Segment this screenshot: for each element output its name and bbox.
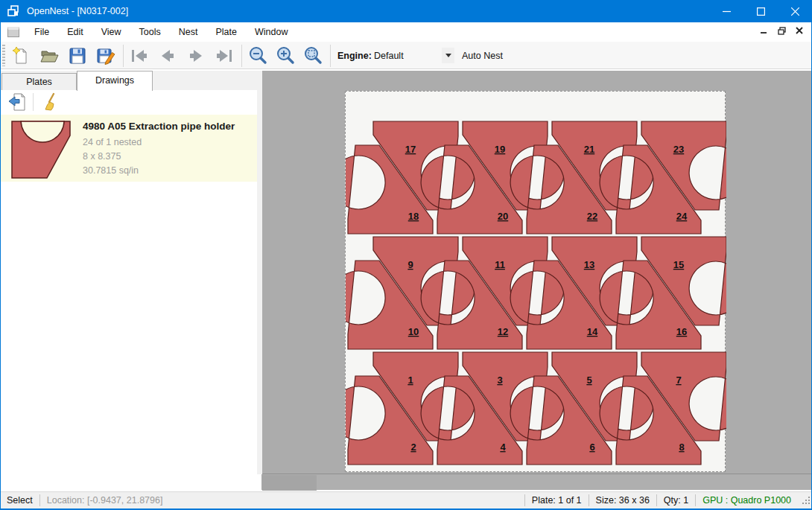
new-document-icon: [11, 46, 31, 66]
maximize-button[interactable]: [743, 0, 778, 22]
save-button[interactable]: [66, 45, 89, 66]
part-number: 20: [498, 211, 508, 222]
close-button[interactable]: [778, 0, 812, 22]
part-number: 24: [676, 211, 688, 222]
chevron-down-icon: [445, 54, 451, 57]
minimize-button[interactable]: [709, 0, 743, 22]
zoom-in-icon: [275, 45, 296, 66]
engine-label: Engine:: [337, 51, 372, 61]
part-number: 7: [676, 374, 681, 386]
tab-plates[interactable]: Plates: [1, 73, 77, 91]
part-number: 15: [673, 259, 684, 270]
panel-toolbar: [0, 91, 256, 113]
menu-item-nest[interactable]: Nest: [170, 24, 207, 40]
open-button[interactable]: [38, 45, 60, 66]
part-number: 10: [408, 326, 419, 337]
part-number: 16: [676, 326, 687, 337]
zoom-out-icon: [247, 45, 268, 66]
previous-plate-button[interactable]: [156, 45, 179, 66]
go-previous-icon: [157, 46, 178, 66]
zoom-fit-button[interactable]: [302, 45, 324, 66]
menu-item-tools[interactable]: Tools: [130, 24, 170, 40]
zoom-out-button[interactable]: [247, 45, 269, 66]
menu-item-file[interactable]: File: [25, 24, 58, 40]
toolbar-grip[interactable]: [2, 45, 5, 66]
save-as-icon: [96, 46, 115, 66]
status-gpu: GPU : Quadro P1000: [702, 495, 791, 506]
part-number: 3: [497, 374, 502, 386]
menu-item-plate[interactable]: Plate: [206, 24, 246, 40]
drawing-area: 30.7815 sq/in: [83, 165, 139, 176]
part-number: 6: [589, 442, 594, 453]
zoom-fit-icon: [302, 45, 323, 66]
go-last-icon: [214, 46, 235, 66]
menu-item-view[interactable]: View: [92, 24, 130, 40]
part-number: 22: [587, 211, 597, 222]
menu-item-window[interactable]: Window: [246, 24, 296, 40]
drawing-nested-count: 24 of 1 nested: [83, 137, 142, 147]
mdi-minimize-icon[interactable]: [757, 24, 770, 37]
auto-nest-button[interactable]: Auto Nest: [462, 51, 503, 61]
status-separator: [656, 494, 657, 506]
mdi-document-icon[interactable]: [7, 27, 19, 37]
app-icon: [7, 5, 21, 17]
part-number: 2: [410, 442, 416, 453]
status-size: Size: 36 x 36: [596, 495, 650, 506]
first-plate-button[interactable]: [128, 45, 150, 66]
status-bar: Select Location: [-0.9437, 21.8796] Plat…: [0, 491, 812, 509]
window-title: OpenNest - [N0317-002]: [27, 6, 128, 16]
broom-icon: [39, 92, 59, 112]
part-number: 23: [673, 144, 684, 155]
part-thumbnail: [11, 121, 80, 180]
status-qty: Qty: 1: [664, 495, 688, 506]
engine-select[interactable]: Default: [374, 51, 404, 61]
part-number: 12: [498, 326, 508, 337]
part-number: 13: [584, 259, 594, 270]
toolbar-separator: [123, 45, 124, 67]
drawing-title: 4980 A05 Extraction pipe holder: [83, 121, 235, 132]
part-number: 4: [500, 442, 506, 453]
zoom-in-button[interactable]: [274, 45, 296, 66]
mdi-restore-icon[interactable]: [775, 24, 788, 37]
menu-item-edit[interactable]: Edit: [58, 24, 92, 40]
tab-drawings[interactable]: Drawings: [77, 71, 153, 91]
status-mode: Select: [7, 495, 33, 506]
go-next-icon: [185, 46, 206, 66]
part-number: 17: [405, 144, 416, 155]
panel-toolbar-separator: [33, 93, 34, 111]
canvas-horizontal-scrollbar[interactable]: [262, 474, 812, 490]
new-button[interactable]: [10, 45, 32, 66]
next-plate-button[interactable]: [185, 45, 207, 66]
resize-grip[interactable]: [802, 496, 811, 505]
toolbar-separator: [241, 45, 242, 67]
save-as-button[interactable]: [95, 45, 117, 66]
status-separator: [524, 494, 525, 506]
import-drawing-button[interactable]: [6, 92, 28, 112]
menu-bar: File Edit View Tools Nest Plate Window: [0, 22, 812, 42]
status-location: Location: [-0.9437, 21.8796]: [47, 495, 163, 506]
title-bar[interactable]: OpenNest - [N0317-002]: [0, 0, 812, 22]
clean-button[interactable]: [38, 92, 60, 112]
status-separator: [39, 494, 40, 506]
part-number: 14: [587, 326, 598, 337]
go-first-icon: [129, 46, 150, 66]
plate[interactable]: 123456789101112131415161718192021222324: [345, 91, 726, 472]
part-number: 11: [495, 259, 505, 270]
toolbar-separator: [330, 45, 331, 67]
part-number: 9: [407, 259, 413, 270]
part-number: 18: [408, 211, 419, 222]
part-number: 19: [495, 144, 505, 155]
import-drawing-icon: [7, 92, 27, 112]
open-folder-icon: [39, 46, 59, 66]
panel-scrollbar[interactable]: [257, 90, 262, 474]
last-plate-button[interactable]: [213, 45, 235, 66]
drawing-list-item[interactable]: 4980 A05 Extraction pipe holder 24 of 1 …: [1, 115, 257, 182]
save-icon: [68, 46, 87, 66]
drawing-dimensions: 8 x 8.375: [83, 151, 121, 162]
plate-svg: 123456789101112131415161718192021222324: [346, 92, 726, 473]
mdi-close-icon[interactable]: [793, 24, 806, 37]
status-plate: Plate: 1 of 1: [532, 495, 582, 506]
part-number: 8: [679, 442, 684, 453]
main-toolbar: [0, 42, 812, 69]
engine-dropdown-arrow[interactable]: [442, 48, 454, 63]
